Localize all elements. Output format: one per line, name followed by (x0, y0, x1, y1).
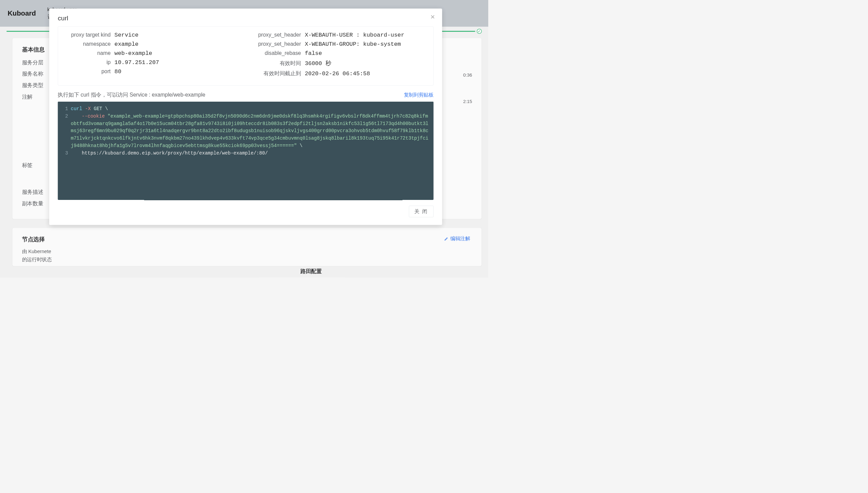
kv-key: ip (65, 59, 114, 65)
kv-key: 有效时间截止到 (250, 70, 305, 77)
kv-value: X-WEBAUTH-GROUP: kube-system (305, 41, 401, 47)
kv-key: port (65, 68, 114, 75)
kv-key: name (65, 50, 114, 56)
kv-key: proxy_set_header (250, 32, 305, 38)
code-block: 1 curl -X GET \ 2 --cookie "example_web-… (58, 102, 433, 200)
info-col-right: proxy_set_headerX-WEBAUTH-USER : kuboard… (250, 32, 427, 80)
kv-value: 80 (115, 68, 121, 75)
line-number: 3 (62, 150, 68, 157)
code-flag: -X (85, 106, 91, 111)
code-continuation: \ (105, 106, 108, 111)
kv-value: X-WEBAUTH-USER : kuboard-user (305, 32, 405, 38)
curl-modal: curl ✕ proxy target kindService namespac… (49, 8, 442, 225)
kv-key: proxy_set_header (250, 41, 305, 47)
kv-value: false (305, 50, 322, 57)
code-url: https://kuboard.demo.eip.work/proxy/http… (82, 150, 268, 156)
kv-value: example (115, 41, 139, 47)
instruction-text: 执行如下 curl 指令，可以访问 Service : example/web-… (58, 91, 205, 98)
kv-value: 36000 秒 (305, 59, 331, 67)
code-keyword: curl (71, 106, 82, 111)
line-number: 1 (62, 105, 68, 113)
kv-value: web-example (115, 50, 152, 57)
line-number: 2 (62, 113, 68, 150)
code-line: --cookie "example_web-example=gtpbpchsp8… (71, 113, 429, 150)
code-line: curl -X GET \ (71, 105, 429, 113)
code-flag: --cookie (82, 114, 105, 119)
kv-key: proxy target kind (65, 32, 114, 38)
kv-value: Service (115, 32, 139, 38)
code-continuation: \ (300, 143, 302, 148)
info-box: proxy target kindService namespaceexampl… (58, 26, 433, 86)
code-line: https://kuboard.demo.eip.work/proxy/http… (71, 150, 429, 157)
close-icon[interactable]: ✕ (430, 14, 436, 20)
code-arg: GET (94, 106, 102, 111)
info-col-left: proxy target kindService namespaceexampl… (65, 32, 242, 80)
kv-key: 有效时间 (250, 60, 305, 67)
instruction-row: 执行如下 curl 指令，可以访问 Service : example/web-… (58, 91, 433, 98)
close-button[interactable]: 关 闭 (409, 206, 434, 217)
modal-title: curl (58, 14, 433, 22)
kv-value: 10.97.251.207 (115, 59, 159, 66)
kv-value: 2020-02-26 06:45:58 (305, 70, 370, 77)
kv-key: namespace (65, 41, 114, 47)
code-string: "example_web- (107, 114, 145, 119)
copy-to-clipboard-link[interactable]: 复制到剪贴板 (404, 91, 434, 98)
kv-key: disable_rebase (250, 50, 305, 56)
modal-footer: 关 闭 (58, 206, 433, 217)
